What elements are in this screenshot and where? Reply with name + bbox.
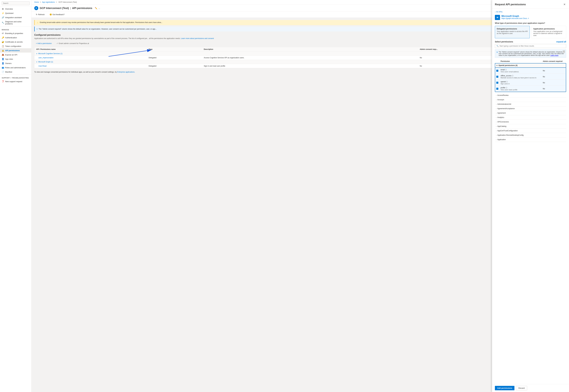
dismiss-info-button[interactable]: ✕ [563, 50, 565, 53]
expandable-group[interactable]: ›AgreementAcceptance [495, 106, 566, 111]
permission-row: ✓ profile ⓘ View users' basic profile No [495, 86, 566, 92]
sidebar-item-manifest[interactable]: 📄 Manifest [0, 70, 31, 74]
sidebar-item-support[interactable]: ❓ New support request [0, 79, 31, 84]
permission-checkbox[interactable]: ✓ [495, 86, 500, 92]
learn-more-link[interactable]: Learn more about permissions and consent [181, 37, 214, 40]
manifest-icon: 📄 [2, 71, 4, 73]
permission-row: ✓ email ⓘ View users' email address No [495, 68, 566, 74]
breadcrumb-current: GCP Interconnect (Test) [58, 1, 77, 3]
api-url-link[interactable]: https://graph.microsoft.com/ [501, 17, 523, 19]
back-to-all-apis[interactable]: ‹ All APIs [495, 11, 566, 13]
expandable-group[interactable]: ›AccessReview [495, 93, 566, 98]
breadcrumb: Home > App registrations > GCP Interconn… [31, 0, 569, 4]
expandable-group[interactable]: ›Application [495, 138, 566, 142]
refresh-button[interactable]: ↻ Refresh [34, 13, 46, 16]
expandable-groups: ›AccessReview›Acronym›AdministrativeUnit… [495, 93, 566, 142]
api-url: https://graph.microsoft.com/ Docs ↗ [501, 17, 529, 19]
api-permissions-icon: 🔒 [2, 49, 4, 52]
permission-checkbox[interactable]: ✓ [495, 80, 500, 86]
request-api-permissions-panel: Request API permissions ✕ ‹ All APIs M M… [492, 0, 569, 392]
manage-section-label: Manage [0, 27, 31, 31]
col-type: Type [147, 47, 202, 52]
expandable-group[interactable]: ›Application-RemoteDesktopConfig [495, 133, 566, 138]
toolbar: ↻ Refresh 😊 Got feedback? [31, 12, 569, 18]
diagnose-icon: 🔧 [2, 22, 4, 24]
admin-learn-more-link[interactable]: Learn more [550, 55, 558, 56]
expandable-group[interactable]: ›Agreement [495, 111, 566, 115]
panel-header: Request API permissions ✕ [492, 0, 569, 8]
sidebar-item-expose-api[interactable]: 📤 Expose an API [0, 53, 31, 57]
openid-group-header[interactable]: ∨OpenId permissions (4) [495, 63, 566, 68]
sidebar-item-api-permissions[interactable]: 🔒 API permissions [0, 48, 31, 53]
expandable-group[interactable]: ›AppCatalog [495, 124, 566, 128]
permission-checkbox[interactable]: ✓ [495, 68, 500, 74]
expandable-group[interactable]: ›AdministrativeUnit [495, 102, 566, 106]
sidebar-item-authentication[interactable]: 🔑 Authentication [0, 35, 31, 40]
feedback-button[interactable]: 😊 Got feedback? [48, 13, 66, 16]
permissions-group-row: ∨Microsoft Graph (1) [34, 60, 566, 64]
expand-all-button[interactable]: expand all [556, 41, 566, 43]
permission-row: ✓ openid ⓘ Sign users in No [495, 80, 566, 86]
close-panel-button[interactable]: ✕ [563, 2, 566, 7]
breadcrumb-home[interactable]: Home [34, 1, 39, 3]
permissions-table: API / Permissions name Type Description … [34, 47, 566, 68]
more-icon[interactable]: ... [98, 7, 100, 9]
admin-consent-note: ℹ The "Admin consent required" column sh… [495, 49, 566, 58]
certificates-icon: 🔐 [2, 41, 4, 43]
branding-icon: 🏷 [2, 32, 4, 34]
roles-admins-icon: 👥 [2, 66, 4, 69]
permission-type-question: What type of permissions does your appli… [495, 22, 566, 24]
docs-link[interactable]: Docs [523, 17, 527, 19]
delegated-permissions-card[interactable]: Delegated permissions Your application n… [495, 26, 530, 38]
sidebar-item-token[interactable]: 📋 Token configuration [0, 44, 31, 48]
api-logo: M [495, 15, 500, 20]
warning-icon: ⚠ [37, 21, 39, 24]
configured-permissions-desc: Applications are authorized to call APIs… [34, 37, 566, 40]
col-description: Description [202, 47, 418, 52]
search-input[interactable] [2, 1, 29, 5]
permissions-search-input[interactable] [500, 45, 565, 47]
sidebar-item-owners[interactable]: 👤 Owners [0, 61, 31, 65]
content-area: ⚠ Granting tenant-wide admin consent may… [31, 18, 569, 392]
sidebar-item-overview[interactable]: ⊞ Overview [0, 7, 31, 11]
api-name: Microsoft Graph [501, 15, 529, 17]
app-roles-icon: 👤 [2, 58, 4, 60]
breadcrumb-app-registrations[interactable]: App registrations [42, 1, 55, 3]
support-icon: ❓ [2, 80, 4, 83]
grant-admin-consent-button[interactable]: ✓ Grant admin consent for Paperbox.ai [55, 42, 91, 45]
token-icon: 📋 [2, 45, 4, 47]
sidebar-item-app-roles[interactable]: 👤 App roles [0, 57, 31, 61]
enterprise-apps-link[interactable]: Enterprise applications. [117, 71, 135, 73]
panel-title: Request API permissions [495, 3, 526, 6]
sidebar-item-quickstart[interactable]: ⚡ Quickstart [0, 11, 31, 15]
expandable-group[interactable]: ›AppCertTrustConfiguration [495, 128, 566, 133]
application-title: Application permissions [533, 28, 564, 30]
discard-button[interactable]: Discard [516, 386, 527, 390]
col-api-name: API / Permissions name [34, 47, 147, 52]
sidebar-item-certificates[interactable]: 🔐 Certificates & secrets [0, 40, 31, 44]
footer-note: To view and manage consented permissions… [34, 71, 566, 73]
sidebar-item-diagnose[interactable]: 🔧 Diagnose and solve problems [0, 20, 31, 26]
quickstart-icon: ⚡ [2, 12, 4, 14]
refresh-icon: ↻ [36, 14, 37, 15]
search-icon: 🔍 [497, 45, 499, 47]
edit-icon[interactable]: ✏️ [95, 7, 97, 9]
sidebar-item-integration[interactable]: 🔗 Integration assistant [0, 15, 31, 20]
expandable-group[interactable]: ›Acronym [495, 98, 566, 102]
info-icon: ℹ [37, 28, 37, 30]
add-permissions-button[interactable]: Add permissions [495, 386, 514, 390]
sidebar-item-branding[interactable]: 🏷 Branding & properties [0, 31, 31, 35]
add-permission-button[interactable]: + Add a permission [34, 42, 53, 45]
application-permissions-card[interactable]: Application permissions Your application… [531, 26, 566, 38]
permission-checkbox[interactable]: ✓ [495, 74, 500, 80]
expandable-group[interactable]: ›APIConnectors [495, 120, 566, 124]
expandable-group[interactable]: ›Analytics [495, 115, 566, 120]
sidebar-item-roles-admins[interactable]: 👥 Roles and administrators [0, 65, 31, 70]
permissions-search-container: 🔍 [495, 44, 566, 48]
support-section-label: Support + Troubleshooting [0, 75, 31, 79]
back-chevron-icon: ‹ [495, 11, 495, 13]
panel-body: ‹ All APIs M Microsoft Graph https://gra… [492, 8, 569, 384]
tenant-wide-warning: ⚠ Granting tenant-wide admin consent may… [34, 20, 566, 25]
page-title: GCP Interconnect (Test) | API permission… [40, 7, 92, 10]
configured-permissions-title: Configured permissions [34, 34, 566, 36]
